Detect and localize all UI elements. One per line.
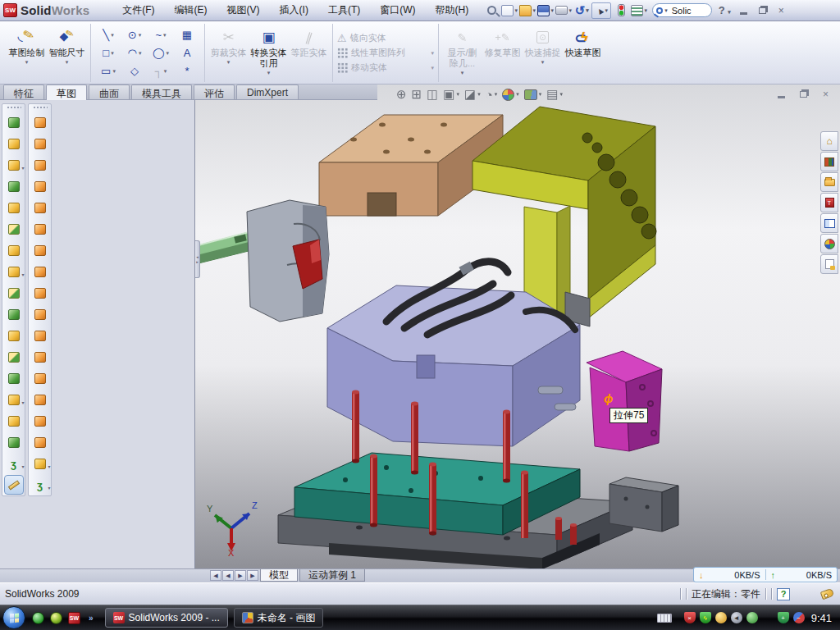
dropdown-icon[interactable]: ▾: [48, 485, 50, 491]
dropdown-icon[interactable]: ▾: [111, 50, 114, 57]
extruded-cut-button[interactable]: [3, 133, 25, 154]
apply-scene-icon[interactable]: ▾: [524, 89, 542, 100]
dropdown-icon[interactable]: ▾: [112, 68, 116, 75]
slot-icon[interactable]: ▭▾: [95, 62, 121, 80]
dropdown-icon[interactable]: ▾: [532, 7, 536, 14]
pin-icon[interactable]: [483, 2, 500, 19]
tab-特征[interactable]: 特征: [3, 84, 44, 99]
view-orientation-icon[interactable]: ▣▾: [443, 87, 459, 102]
dropdown-icon[interactable]: ▾: [560, 91, 564, 98]
tab-motion-study[interactable]: 运动算例 1: [299, 569, 365, 582]
dropdown-icon[interactable]: ▾: [111, 32, 114, 39]
new-icon[interactable]: ▾: [501, 2, 518, 19]
dropdown-icon[interactable]: ▾: [164, 68, 167, 75]
part-block-magenta[interactable]: ϕ: [587, 351, 662, 451]
rapid-sketch-button[interactable]: 快速草图: [564, 25, 602, 81]
display-style-icon[interactable]: ◪▾: [464, 87, 481, 102]
fillet-button[interactable]: ▾: [3, 154, 25, 176]
polygon-icon[interactable]: ◇: [121, 62, 148, 80]
text-icon[interactable]: A: [174, 44, 200, 62]
toolbar-grip-handle[interactable]: [7, 106, 21, 109]
next-tab-button[interactable]: ▶: [235, 570, 246, 581]
print-icon[interactable]: ▾: [555, 2, 572, 19]
panel-splitter-handle[interactable]: ◂▸: [195, 240, 200, 278]
line-icon[interactable]: ╲▾: [95, 26, 121, 44]
move-copy-body-button[interactable]: [3, 368, 25, 389]
extruded-boss-button[interactable]: [3, 112, 25, 133]
point-icon[interactable]: *: [174, 62, 200, 80]
spline-icon[interactable]: ~▾: [148, 26, 174, 44]
menu-item[interactable]: 插入(I): [270, 0, 318, 21]
extruded-surface-button[interactable]: [30, 154, 51, 176]
swept-boss-button[interactable]: [3, 176, 25, 197]
lofted-surface-button[interactable]: [30, 176, 51, 197]
task-pane-file-explorer-button[interactable]: [820, 172, 838, 192]
swept-surface-button[interactable]: [30, 112, 51, 133]
dropdown-icon[interactable]: ▾: [21, 165, 24, 171]
dropdown-icon[interactable]: ▾: [586, 7, 589, 14]
thicken-surface-button[interactable]: [30, 325, 51, 346]
spline-tool-button[interactable]: ʒ▾: [3, 453, 25, 474]
undo-icon[interactable]: ↺▾: [573, 2, 590, 19]
dropdown-icon[interactable]: ▾: [516, 91, 519, 98]
lofted-boss-button[interactable]: [3, 197, 25, 218]
first-tab-button[interactable]: ◀: [210, 570, 221, 581]
solidworks-icon[interactable]: SW: [68, 612, 80, 624]
select-icon[interactable]: ▲▾: [591, 2, 611, 19]
draft-button[interactable]: [3, 304, 25, 325]
badge-icon[interactable]: [715, 612, 727, 623]
reference-geometry-button[interactable]: ▾: [30, 453, 51, 474]
menu-item[interactable]: 编辑(E): [165, 0, 217, 21]
search-input[interactable]: [670, 5, 705, 16]
keyboard-icon[interactable]: [657, 614, 672, 623]
offset-surface-button[interactable]: [30, 261, 51, 282]
dropdown-icon[interactable]: ▾: [539, 91, 542, 98]
phone-icon[interactable]: [746, 612, 758, 623]
search-box[interactable]: ▾: [652, 3, 712, 17]
reference-plane-button[interactable]: ▾: [3, 389, 25, 410]
quick-tips-button[interactable]: ?: [777, 588, 790, 600]
messenger-icon[interactable]: [32, 612, 44, 624]
dropdown-icon[interactable]: ▾: [514, 7, 518, 14]
chamfer-button[interactable]: [3, 218, 25, 240]
radiate-surface-button[interactable]: [30, 282, 51, 304]
open-icon[interactable]: ▾: [519, 2, 536, 19]
part-bracket-gray[interactable]: [609, 477, 678, 532]
task-pane-view-palette-button[interactable]: [820, 213, 838, 233]
boundary-surface-button[interactable]: [30, 197, 51, 218]
dropdown-icon[interactable]: ▾: [477, 91, 481, 98]
dropdown-icon[interactable]: ▾: [66, 59, 69, 66]
extend-surface-button[interactable]: [30, 368, 51, 389]
replace-face-button[interactable]: [30, 410, 51, 431]
curve-button[interactable]: [3, 431, 25, 453]
tab-model[interactable]: 模型: [260, 569, 298, 582]
sphere-icon[interactable]: [50, 612, 62, 624]
spline-surface-button[interactable]: ʒ▾: [30, 474, 51, 495]
combine-bodies-button[interactable]: [3, 346, 25, 368]
doc-minimize-button[interactable]: [774, 88, 789, 100]
dropdown-icon[interactable]: ▾: [550, 7, 554, 14]
reference-axis-button[interactable]: [3, 410, 25, 431]
tag-icon[interactable]: [820, 588, 835, 600]
hide-show-items-icon[interactable]: ◔▾: [486, 88, 498, 102]
options-icon[interactable]: ▾: [631, 2, 647, 19]
dropdown-icon[interactable]: ▾: [568, 7, 572, 14]
tab-模具工具[interactable]: 模具工具: [131, 84, 192, 99]
shell-button[interactable]: [3, 325, 25, 346]
revolved-surface-button[interactable]: [30, 133, 51, 154]
knit-surface-button[interactable]: [30, 304, 51, 325]
sync-ball-icon[interactable]: −: [793, 612, 805, 623]
graphics-area[interactable]: ϕ ⊕⊞◫▣▾◪▾◔▾▾▾▤▾ × ⌂T ◂▸ Y Z X 拉伸75: [194, 84, 840, 568]
network-warning-icon[interactable]: [762, 612, 774, 623]
volume-icon[interactable]: ◄: [731, 612, 742, 623]
model-3d[interactable]: ϕ: [195, 84, 840, 568]
search-dropdown-icon[interactable]: ▾: [664, 7, 668, 14]
shield-green-icon[interactable]: ϟ: [700, 612, 711, 623]
task-pane-design-library-button[interactable]: [820, 152, 838, 171]
sketch-fillet-icon[interactable]: ┐▾: [148, 62, 174, 80]
dropdown-icon[interactable]: ▾: [167, 50, 170, 57]
tab-草图[interactable]: 草图: [46, 84, 87, 100]
dropdown-icon[interactable]: ▾: [21, 463, 24, 469]
menu-item[interactable]: 工具(T): [318, 0, 370, 21]
chevron-expand-icon[interactable]: »: [89, 614, 94, 623]
